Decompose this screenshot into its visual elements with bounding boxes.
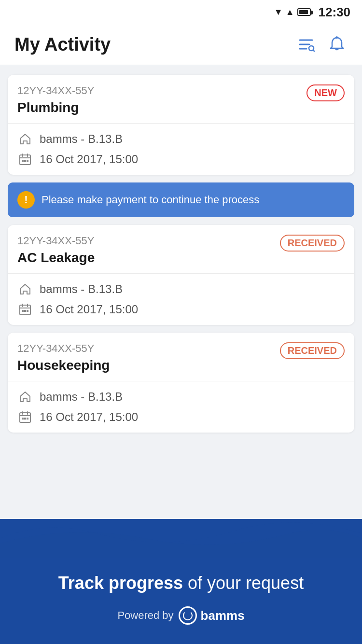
tagline-normal: of your request [183, 573, 304, 593]
bamms-logo-circle [179, 606, 197, 625]
calendar-icon [17, 302, 33, 317]
datetime-text: 16 Oct 2017, 15:00 [40, 410, 138, 424]
card-info: 12YY-34XX-55Y Housekeeping [17, 342, 110, 373]
warning-message: Please make payment to continue the proc… [42, 194, 259, 206]
datetime-row: 16 Oct 2017, 15:00 [17, 152, 345, 167]
status-time: 12:30 [319, 5, 351, 20]
status-icons [274, 7, 311, 17]
card-header: 12YY-34XX-55Y AC Leakage RECEIVED [8, 225, 354, 273]
wifi-icon [274, 7, 283, 17]
card-title: Housekeeping [17, 358, 110, 373]
notification-button[interactable] [326, 34, 348, 55]
svg-rect-19 [27, 310, 28, 312]
card-id: 12YY-34XX-55Y [17, 342, 110, 355]
status-badge-new: NEW [306, 84, 345, 101]
card-id: 12YY-34XX-55Y [17, 84, 94, 97]
footer-powered-by: Powered by bamms [10, 606, 352, 625]
card-header: 12YY-34XX-55Y Plumbing NEW [8, 75, 354, 123]
datetime-row: 16 Oct 2017, 15:00 [17, 409, 345, 425]
datetime-text: 16 Oct 2017, 15:00 [40, 153, 138, 166]
location-row: bamms - B.13.B [17, 131, 345, 147]
activity-card-plumbing[interactable]: 12YY-34XX-55Y Plumbing NEW bamms - B.13.… [8, 75, 354, 175]
svg-rect-17 [22, 310, 24, 312]
powered-by-text: Powered by [117, 609, 173, 622]
home-icon [17, 131, 33, 147]
svg-rect-11 [24, 160, 26, 162]
svg-rect-12 [27, 160, 28, 162]
main-content: 12YY-34XX-55Y Plumbing NEW bamms - B.13.… [0, 65, 362, 450]
card-title: AC Leakage [17, 250, 95, 266]
bell-icon [328, 35, 346, 54]
home-icon [17, 281, 33, 297]
footer: Track progress of your request Powered b… [0, 519, 362, 644]
card-details: bamms - B.13.B 16 Oct 2017, 15:00 [8, 381, 354, 433]
footer-content: Track progress of your request Powered b… [0, 558, 362, 644]
warning-icon: ! [17, 191, 35, 209]
svg-rect-26 [27, 418, 28, 420]
location-text: bamms - B.13.B [40, 282, 123, 296]
home-icon [17, 389, 33, 405]
location-text: bamms - B.13.B [40, 390, 123, 404]
status-badge-received: RECEIVED [280, 235, 345, 252]
card-title: Plumbing [17, 100, 94, 115]
datetime-row: 16 Oct 2017, 15:00 [17, 302, 345, 317]
card-details: bamms - B.13.B 16 Oct 2017, 15:00 [8, 273, 354, 325]
location-row: bamms - B.13.B [17, 389, 345, 405]
wave-decoration [0, 519, 362, 558]
card-id: 12YY-34XX-55Y [17, 235, 95, 247]
card-info: 12YY-34XX-55Y Plumbing [17, 84, 94, 115]
svg-rect-10 [22, 160, 24, 162]
filter-icon [297, 35, 315, 54]
bamms-logo: bamms [179, 606, 245, 625]
filter-button[interactable] [295, 34, 317, 55]
card-details: bamms - B.13.B 16 Oct 2017, 15:00 [8, 123, 354, 175]
status-bar: 12:30 [0, 0, 362, 24]
footer-tagline: Track progress of your request [10, 572, 352, 595]
datetime-text: 16 Oct 2017, 15:00 [40, 303, 138, 316]
calendar-icon [17, 409, 33, 425]
location-text: bamms - B.13.B [40, 132, 123, 146]
card-info: 12YY-34XX-55Y AC Leakage [17, 235, 95, 266]
tagline-bold: Track progress [58, 573, 183, 593]
location-row: bamms - B.13.B [17, 281, 345, 297]
page-title: My Activity [14, 34, 111, 55]
status-badge-received: RECEIVED [280, 342, 345, 359]
svg-line-4 [313, 50, 315, 52]
calendar-icon [17, 152, 33, 167]
warning-banner: ! Please make payment to continue the pr… [8, 182, 354, 217]
battery-icon [297, 8, 311, 16]
brand-name: bamms [201, 608, 245, 623]
activity-card-housekeeping[interactable]: 12YY-34XX-55Y Housekeeping RECEIVED bamm… [8, 333, 354, 433]
svg-rect-24 [22, 418, 24, 420]
header-actions [295, 34, 348, 55]
signal-icon [286, 7, 294, 17]
bamms-logo-inner [183, 611, 193, 620]
svg-rect-25 [24, 418, 26, 420]
header: My Activity [0, 24, 362, 65]
activity-card-ac-leakage[interactable]: 12YY-34XX-55Y AC Leakage RECEIVED bamms … [8, 225, 354, 325]
svg-rect-18 [24, 310, 26, 312]
card-header: 12YY-34XX-55Y Housekeeping RECEIVED [8, 333, 354, 381]
